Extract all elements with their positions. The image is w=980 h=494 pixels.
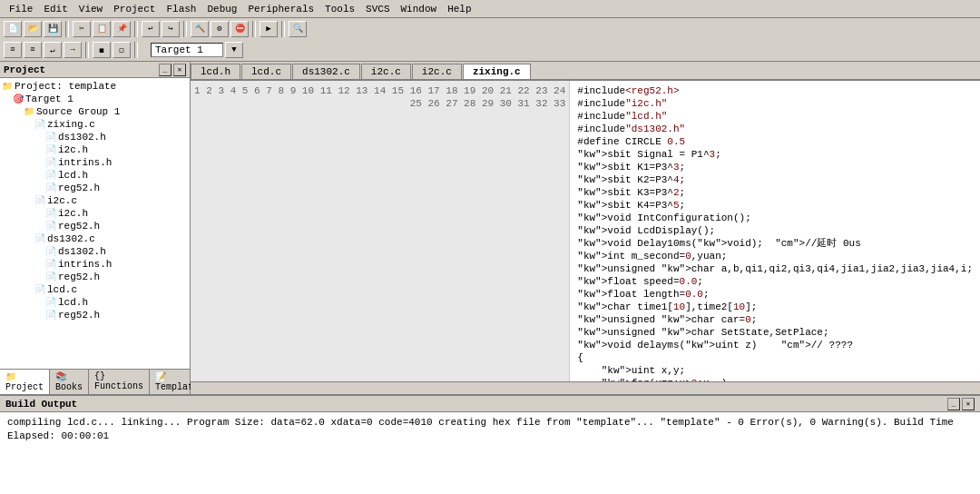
menu-svcs[interactable]: SVCS [360, 2, 395, 16]
project-close-btn[interactable]: ✕ [173, 64, 186, 76]
tree-item-label: intrins.h [58, 259, 112, 270]
code-tab-2[interactable]: ds1302.c [292, 64, 360, 79]
tb-btn5[interactable]: ◼ [93, 42, 111, 58]
tree-item-icon: 📄 [45, 132, 56, 143]
tree-item-label: zixing.c [47, 119, 95, 130]
horizontal-scrollbar[interactable] [191, 381, 980, 394]
tree-item[interactable]: 📄intrins.h [2, 258, 188, 271]
menu-peripherals[interactable]: Peripherals [242, 2, 319, 16]
tree-item-icon: 📄 [45, 297, 56, 308]
new-btn[interactable]: 📄 [4, 21, 22, 37]
find-btn[interactable]: 🔍 [289, 21, 307, 37]
copy-btn[interactable]: 📋 [93, 21, 111, 37]
menu-project[interactable]: Project [108, 2, 161, 16]
tree-item-label: ds1302.c [47, 233, 95, 244]
tree-item-icon: 📁 [2, 81, 13, 92]
tree-item[interactable]: 📄i2c.h [2, 207, 188, 220]
tree-item[interactable]: 📄i2c.c [2, 194, 188, 207]
tree-item[interactable]: 📄lcd.c [2, 283, 188, 296]
project-panel: Project _ ✕ 📁Project: template🎯Target 1📁… [0, 62, 191, 394]
code-tab-5[interactable]: zixing.c [463, 64, 531, 79]
cut-btn[interactable]: ✂ [73, 21, 91, 37]
tree-item-label: i2c.h [58, 144, 88, 155]
project-tab-functions[interactable]: {} Functions [89, 370, 150, 394]
build-minimize-btn[interactable]: _ [947, 398, 960, 410]
tree-item[interactable]: 📄lcd.h [2, 296, 188, 309]
project-tab-project[interactable]: 📁 Project [0, 370, 50, 394]
project-tab-books[interactable]: 📚 Books [50, 370, 89, 394]
code-tab-4[interactable]: i2c.c [412, 64, 462, 79]
tb-btn1[interactable]: ≡ [4, 42, 22, 58]
tree-item-icon: 📄 [45, 208, 56, 219]
tree-item-icon: 📄 [45, 259, 56, 270]
build-close-btn[interactable]: ✕ [962, 398, 975, 410]
tree-item[interactable]: 📄i2c.h [2, 143, 188, 156]
code-tab-0[interactable]: lcd.h [191, 64, 240, 79]
tree-item-label: reg52.h [58, 221, 100, 232]
menu-help[interactable]: Help [442, 2, 476, 16]
code-tab-3[interactable]: i2c.c [361, 64, 411, 79]
tree-item[interactable]: 🎯Target 1 [2, 93, 188, 105]
tb-btn2[interactable]: ≡ [24, 42, 42, 58]
sep1 [65, 21, 69, 37]
tree-item-icon: 📄 [34, 233, 45, 244]
paste-btn[interactable]: 📌 [113, 21, 131, 37]
manage-btn[interactable]: ▼ [225, 42, 243, 58]
sep4 [252, 21, 256, 37]
project-title: Project [4, 64, 45, 75]
project-tree: 📁Project: template🎯Target 1📁Source Group… [0, 78, 190, 369]
menu-tools[interactable]: Tools [319, 2, 360, 16]
tree-item[interactable]: 📄lcd.h [2, 169, 188, 182]
menu-bar: File Edit View Project Flash Debug Perip… [0, 0, 980, 18]
code-text[interactable]: #include<reg52.h> #include"i2c.h" #inclu… [570, 81, 980, 381]
tree-item-label: reg52.h [58, 310, 100, 321]
menu-debug[interactable]: Debug [201, 2, 242, 16]
tree-item[interactable]: 📄zixing.c [2, 118, 188, 131]
tree-item[interactable]: 📄reg52.h [2, 182, 188, 194]
menu-flash[interactable]: Flash [161, 2, 201, 16]
tree-item[interactable]: 📄intrins.h [2, 156, 188, 169]
tree-item[interactable]: 📄reg52.h [2, 309, 188, 321]
tree-item[interactable]: 📄ds1302.h [2, 245, 188, 258]
build-title: Build Output [5, 399, 77, 410]
redo-btn[interactable]: ↪ [162, 21, 180, 37]
undo-btn[interactable]: ↩ [142, 21, 160, 37]
stop-btn[interactable]: ⛔ [230, 21, 249, 37]
open-btn[interactable]: 📂 [24, 21, 42, 37]
build-btn[interactable]: 🔨 [191, 21, 209, 37]
tb-btn6[interactable]: ◻ [113, 42, 131, 58]
tree-item-icon: 📄 [34, 119, 45, 130]
menu-view[interactable]: View [74, 2, 108, 16]
rebuild-btn[interactable]: ⚙ [211, 21, 229, 37]
tb-btn4[interactable]: → [64, 42, 82, 58]
tree-item-label: lcd.c [47, 284, 77, 295]
project-minimize-btn[interactable]: _ [159, 64, 172, 76]
tree-item[interactable]: 📁Source Group 1 [2, 105, 188, 118]
code-content[interactable]: 1 2 3 4 5 6 7 8 9 10 11 12 13 14 15 16 1… [191, 81, 980, 381]
tree-item[interactable]: 📄reg52.h [2, 271, 188, 283]
menu-window[interactable]: Window [396, 2, 443, 16]
tree-item-label: ds1302.h [58, 246, 106, 257]
tree-item-icon: 🎯 [13, 94, 24, 104]
tree-item-icon: 📄 [45, 144, 56, 155]
tree-item[interactable]: 📄reg52.h [2, 220, 188, 232]
tree-item[interactable]: 📄ds1302.c [2, 232, 188, 245]
target-selector[interactable]: Target 1 [151, 43, 223, 57]
project-tabs: 📁 Project 📚 Books {} Functions 📝 Templat… [0, 369, 190, 394]
toolbar: 📄 📂 💾 ✂ 📋 📌 ↩ ↪ 🔨 ⚙ ⛔ ▶ 🔍 ≡ ≡ ↵ → ◼ [0, 18, 980, 62]
tree-item-icon: 📄 [45, 272, 56, 282]
debug-btn[interactable]: ▶ [260, 21, 278, 37]
menu-edit[interactable]: Edit [38, 2, 73, 16]
tree-item-icon: 📄 [34, 195, 45, 206]
tree-item[interactable]: 📄ds1302.h [2, 131, 188, 143]
tree-item-label: lcd.h [58, 297, 88, 308]
tree-item-icon: 📁 [24, 106, 34, 117]
sep5 [281, 21, 285, 37]
sep3 [183, 21, 187, 37]
tree-item[interactable]: 📁Project: template [2, 80, 188, 93]
menu-file[interactable]: File [4, 2, 38, 16]
tree-item-icon: 📄 [45, 221, 56, 232]
save-btn[interactable]: 💾 [44, 21, 62, 37]
tb-btn3[interactable]: ↵ [44, 42, 62, 58]
code-tab-1[interactable]: lcd.c [241, 64, 291, 79]
